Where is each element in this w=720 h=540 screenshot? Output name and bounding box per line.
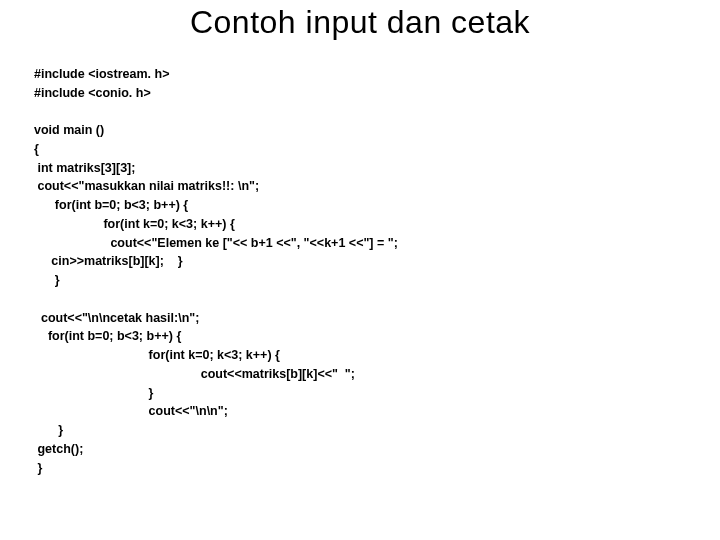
- code-line: }: [34, 273, 60, 287]
- code-line: getch();: [34, 442, 83, 456]
- code-line: #include <iostream. h>: [34, 67, 169, 81]
- code-line: cout<<"masukkan nilai matriks!!: \n";: [34, 179, 259, 193]
- slide-title: Contoh input dan cetak: [0, 4, 720, 41]
- code-line: cout<<"\n\ncetak hasil:\n";: [34, 311, 199, 325]
- code-line: int matriks[3][3];: [34, 161, 135, 175]
- code-line: for(int k=0; k<3; k++) {: [34, 217, 235, 231]
- code-block: #include <iostream. h> #include <conio. …: [34, 46, 700, 496]
- code-line: for(int k=0; k<3; k++) {: [34, 348, 280, 362]
- code-line: }: [34, 423, 63, 437]
- slide: Contoh input dan cetak #include <iostrea…: [0, 0, 720, 540]
- code-line: for(int b=0; b<3; b++) {: [34, 198, 188, 212]
- code-line: cin>>matriks[b][k]; }: [34, 254, 183, 268]
- code-line: void main (): [34, 123, 104, 137]
- code-line: cout<<"\n\n";: [34, 404, 228, 418]
- code-line: }: [34, 386, 153, 400]
- code-line: cout<<matriks[b][k]<<" ";: [34, 367, 355, 381]
- code-line: for(int b=0; b<3; b++) {: [34, 329, 181, 343]
- code-line: {: [34, 142, 39, 156]
- code-line: }: [34, 461, 42, 475]
- code-line: #include <conio. h>: [34, 86, 151, 100]
- code-line: cout<<"Elemen ke ["<< b+1 <<", "<<k+1 <<…: [34, 236, 398, 250]
